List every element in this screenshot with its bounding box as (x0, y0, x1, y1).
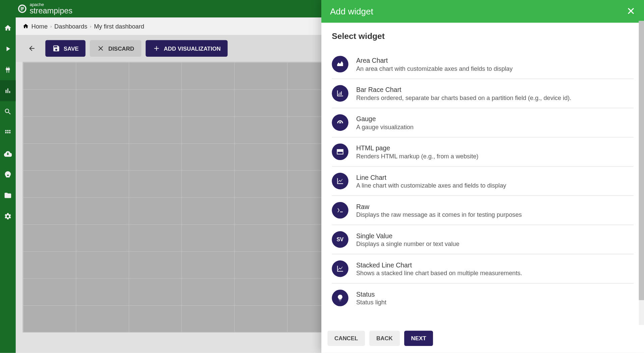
widget-desc: Renders HTML markup (e.g., from a websit… (356, 152, 478, 159)
widget-desc: A line chart with customizable axes and … (356, 182, 506, 189)
gauge-icon (332, 114, 348, 131)
widget-item-stacked[interactable]: Stacked Line ChartShows a stacked line c… (332, 254, 634, 284)
widget-name: Single Value (356, 232, 460, 239)
status-icon (332, 290, 348, 306)
widget-desc: Displays the raw message as it comes in … (356, 211, 522, 218)
widget-desc: A gauge visualization (356, 123, 414, 130)
widget-name: Area Chart (356, 56, 513, 64)
drawer-footer: Cancel Back Next (321, 324, 644, 353)
widget-item-sv[interactable]: SVSingle ValueDisplays a single number o… (332, 225, 634, 254)
widget-name: Line Chart (356, 173, 506, 181)
line-icon (332, 173, 348, 189)
widget-desc: Status light (356, 299, 386, 306)
html-icon (332, 144, 348, 160)
widget-item-line[interactable]: Line ChartA line chart with customizable… (332, 167, 634, 196)
widget-name: Status (356, 290, 386, 298)
widget-name: Raw (356, 203, 522, 210)
stacked-icon (332, 260, 348, 277)
widget-item-gauge[interactable]: GaugeA gauge visualization (332, 108, 634, 137)
widget-item-html[interactable]: HTML pageRenders HTML markup (e.g., from… (332, 138, 634, 167)
widget-name: HTML page (356, 144, 478, 152)
widget-name: Gauge (356, 115, 414, 122)
sv-icon: SV (332, 231, 348, 248)
next-button[interactable]: Next (404, 331, 433, 346)
svg-rect-1 (337, 150, 343, 151)
widget-name: Bar Race Chart (356, 86, 571, 93)
widget-item-area[interactable]: Area ChartAn area chart with customizabl… (332, 50, 634, 79)
add-widget-drawer: Add widget ✕ Select widget Area ChartAn … (321, 0, 644, 353)
bar-icon (332, 85, 348, 101)
scrollbar-thumb[interactable] (639, 21, 644, 300)
scrollbar-track[interactable] (639, 21, 644, 325)
widget-desc: Shows a stacked line chart based on mult… (356, 269, 522, 276)
back-button[interactable]: Back (369, 331, 399, 346)
section-title: Select widget (332, 32, 634, 41)
raw-icon (332, 202, 348, 218)
widget-desc: An area chart with customizable axes and… (356, 65, 513, 72)
widget-desc: Renders ordered, separate bar charts bas… (356, 94, 571, 101)
widget-item-status[interactable]: StatusStatus light (332, 284, 634, 312)
area-icon (332, 56, 348, 72)
drawer-header: Add widget ✕ (321, 0, 644, 23)
widget-item-raw[interactable]: RawDisplays the raw message as it comes … (332, 196, 634, 225)
widget-desc: Displays a single number or text value (356, 240, 460, 247)
widget-item-bar[interactable]: Bar Race ChartRenders ordered, separate … (332, 79, 634, 108)
cancel-button[interactable]: Cancel (327, 331, 365, 346)
widget-name: Stacked Line Chart (356, 261, 522, 268)
drawer-title: Add widget (330, 6, 373, 16)
close-icon[interactable]: ✕ (627, 6, 635, 16)
